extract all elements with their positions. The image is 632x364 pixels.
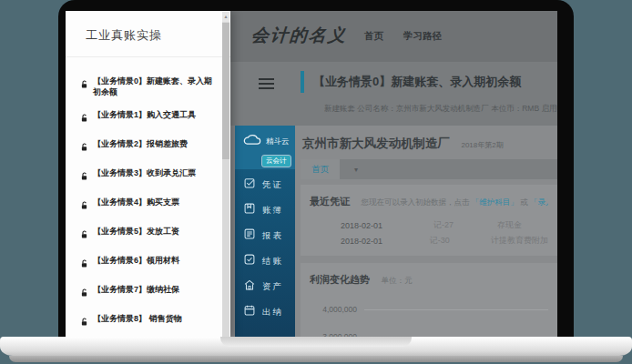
profit-trend-title: 利润变化趋势: [310, 274, 370, 285]
scenario-item-4[interactable]: 【业务情景4】购买支票: [80, 197, 217, 214]
chart-unit-label: 单位：元: [381, 276, 412, 285]
voucher-row[interactable]: 2018-02-01记-27存现金: [310, 217, 548, 233]
nav-item-1[interactable]: 学习路径: [403, 30, 442, 43]
laptop-base-edge: [9, 356, 623, 362]
course-panel: 工业真账实操 【业务情景0】新建账套、录入期初余额【业务情景1】购入交通工具【业…: [66, 11, 230, 339]
scenario-item-8[interactable]: 【业务情景8】 销售货物: [80, 313, 217, 330]
app-sidebar: 精斗云 云会计 凭证账簿报表结账资产出纳: [235, 126, 295, 339]
profit-trend-chart: 4,000,0003,000,000: [310, 305, 548, 339]
sidebar-item-label: 资产: [262, 281, 283, 293]
unlock-icon: [80, 197, 88, 214]
sidebar-item-label: 结账: [262, 256, 283, 268]
unlock-icon: [80, 227, 88, 243]
unlock-icon: [80, 76, 88, 97]
voucher-icon: [243, 177, 256, 193]
sidebar-item-report[interactable]: 报表: [235, 223, 295, 248]
company-row: 京州市新大风发动机制造厂 2018年第2期: [302, 135, 557, 152]
laptop-screen-bezel: 会计的名义 首页学习路径 【业务情景0】新建账套、录入期初余额 新建账套 公司名…: [58, 0, 574, 339]
maintain-subjects-link[interactable]: 「维护科目」: [472, 197, 518, 207]
cashier-icon: [243, 304, 256, 320]
caret-down-icon[interactable]: ▾: [354, 166, 358, 174]
sidebar-item-book[interactable]: 账簿: [235, 197, 295, 223]
scenario-list: 【业务情景0】新建账套、录入期初余额【业务情景1】购入交通工具【业务情景2】报销…: [80, 76, 217, 339]
unlock-icon: [80, 139, 88, 156]
scenario-item-1[interactable]: 【业务情景1】购入交通工具: [80, 109, 217, 126]
unlock-icon: [80, 256, 88, 272]
voucher-row[interactable]: 2018-02-01记-30计提教育费附加: [310, 233, 548, 248]
voucher-number: 记-27: [433, 219, 497, 231]
page-title: 【业务情景0】新建账套、录入期初余额: [313, 74, 521, 90]
inner-workspace: 精斗云 云会计 凭证账簿报表结账资产出纳 京州市新大风发动机制造厂 2018年第…: [235, 126, 557, 339]
voucher-number: 记-30: [430, 235, 491, 247]
screen-content: 会计的名义 首页学习路径 【业务情景0】新建账套、录入期初余额 新建账套 公司名…: [66, 11, 557, 339]
nav-item-0[interactable]: 首页: [364, 30, 383, 43]
scenario-item-5[interactable]: 【业务情景5】发放工资: [80, 226, 217, 243]
scenario-label: 【业务情景3】收到承兑汇票: [93, 167, 217, 185]
top-nav: 首页学习路径: [364, 30, 442, 43]
sidebar-item-label: 出纳: [262, 307, 283, 318]
scenario-label: 【业务情景6】领用材料: [93, 255, 217, 272]
unlock-icon: [80, 285, 88, 301]
scenario-item-0[interactable]: 【业务情景0】新建账套、录入期初余额: [80, 76, 217, 97]
recent-vouchers-head: 最近凭证 您现在可以录入初始数据，点击 「维护科目」 或 「录入财务初始余额」 …: [310, 192, 548, 208]
voucher-summary: 存现金: [497, 219, 522, 231]
laptop-base-notch: [220, 337, 412, 347]
recent-vouchers-card: 最近凭证 您现在可以录入初始数据，点击 「维护科目」 或 「录入财务初始余额」 …: [301, 185, 557, 256]
asset-icon: [243, 278, 256, 295]
tab-home[interactable]: 首页: [301, 159, 340, 179]
brand-row[interactable]: 精斗云: [235, 126, 295, 150]
sidebar-item-label: 账簿: [262, 205, 283, 217]
profit-trend-card: 利润变化趋势 单位：元 4,000,0003,000,000: [301, 263, 557, 339]
sidebar-item-asset[interactable]: 资产: [235, 274, 295, 299]
scenario-label: 【业务情景5】发放工资: [93, 226, 217, 243]
course-panel-title: 工业真账实操: [86, 27, 230, 44]
unlock-icon: [80, 314, 88, 330]
app-logo: 会计的名义: [250, 24, 348, 47]
scenario-item-3[interactable]: 【业务情景3】收到承兑汇票: [80, 167, 217, 185]
profit-trend-head: 利润变化趋势 单位：元: [310, 270, 548, 287]
sidebar-item-label: 报表: [262, 230, 283, 242]
title-accent-bar: [301, 71, 304, 93]
scenario-item-7[interactable]: 【业务情景7】缴纳社保: [80, 284, 217, 301]
panel-scrollbar[interactable]: ▲: [222, 12, 229, 338]
page-title-block: 【业务情景0】新建账套、录入期初余额: [301, 71, 521, 93]
company-name: 京州市新大风发动机制造厂: [302, 136, 450, 150]
brand-name: 精斗云: [266, 136, 290, 147]
scenario-item-6[interactable]: 【业务情景6】领用材料: [80, 255, 217, 272]
workspace-main: 京州市新大风发动机制造厂 2018年第2期 首页 ▾ 最近凭证: [295, 126, 557, 339]
scroll-up-button[interactable]: ▲: [222, 12, 229, 22]
accounting-period: 2018年第2期: [461, 141, 503, 149]
scenario-label: 【业务情景7】缴纳社保: [93, 284, 217, 301]
tab-bar: 首页 ▾: [301, 159, 557, 179]
report-icon: [243, 228, 256, 244]
sidebar-menu: 凭证账簿报表结账资产出纳: [235, 172, 295, 325]
chart-y-label: 4,000,000: [310, 305, 357, 314]
scenario-item-2[interactable]: 【业务情景2】报销差旅费: [80, 138, 217, 156]
hamburger-menu-icon[interactable]: [259, 78, 274, 92]
recent-vouchers-title: 最近凭证: [310, 196, 350, 207]
settle-icon: [243, 253, 256, 269]
sidebar-item-label: 凭证: [262, 179, 283, 191]
unlock-icon: [80, 168, 88, 185]
panel-divider: [66, 56, 230, 57]
enter-initial-balance-link[interactable]: 「录入财务初始余额」: [530, 197, 548, 207]
sidebar-item-cashier[interactable]: 出纳: [235, 299, 295, 325]
recent-voucher-rows: 2018-02-01记-27存现金2018-02-01记-30计提教育费附加: [310, 217, 548, 248]
chart-gridline: [364, 309, 548, 310]
voucher-summary: 计提教育费附加: [491, 235, 548, 247]
voucher-date: 2018-02-01: [341, 221, 433, 230]
cloud-accounting-badge: 云会计: [262, 156, 291, 167]
page-subtitle: 新建账套 公司名称：京州市新大风发动机制造厂 本位币：RMB 启用账期: [324, 104, 557, 115]
scenario-label: 【业务情景4】购买支票: [93, 197, 217, 214]
scenario-label: 【业务情景2】报销差旅费: [93, 138, 217, 156]
scrollbar-thumb[interactable]: [222, 23, 229, 159]
laptop-base: [0, 337, 632, 364]
book-icon: [243, 202, 256, 218]
cloud-icon: [242, 133, 262, 150]
scenario-label: 【业务情景1】购入交通工具: [93, 109, 217, 126]
sidebar-item-voucher[interactable]: 凭证: [235, 172, 295, 197]
init-data-hint: 您现在可以录入初始数据，点击 「维护科目」 或 「录入财务初始余额」 。: [361, 197, 548, 207]
chart-grid-row: 4,000,000: [310, 305, 548, 314]
unlock-icon: [80, 110, 88, 126]
sidebar-item-settle[interactable]: 结账: [235, 248, 295, 274]
